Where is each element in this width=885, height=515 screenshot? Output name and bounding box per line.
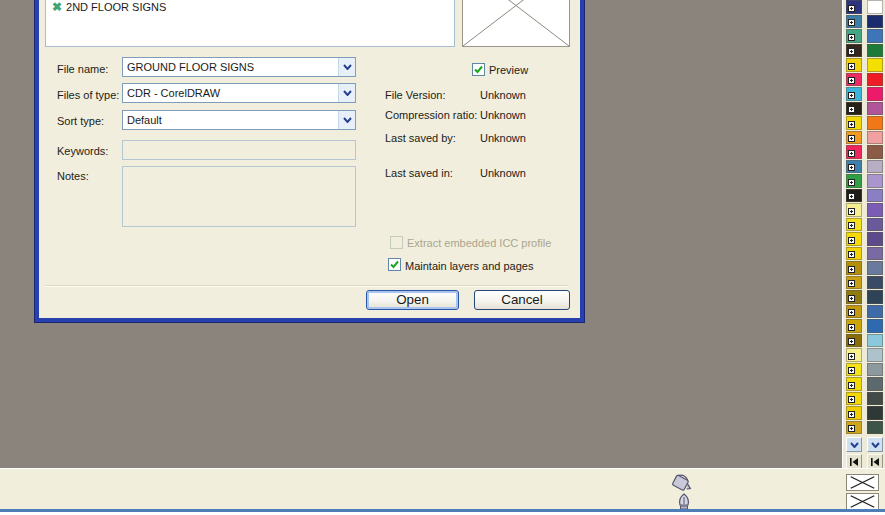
palette-swatch[interactable] <box>867 421 883 435</box>
preview-checkbox[interactable] <box>472 63 485 76</box>
palette-swatch[interactable] <box>846 276 862 290</box>
files-of-type-label: Files of type: <box>57 89 119 101</box>
palette-swatch[interactable] <box>846 15 862 29</box>
preview-checkbox-label: Preview <box>489 64 528 76</box>
chevron-down-icon[interactable] <box>338 111 355 129</box>
preview-pane <box>462 0 570 47</box>
palette-swatch[interactable] <box>846 73 862 87</box>
chevron-down-icon[interactable] <box>338 58 355 76</box>
palette-swatch[interactable] <box>867 290 883 304</box>
checkmark-icon <box>474 65 483 74</box>
file-list[interactable]: ✖ 2ND FLOOR SIGNS <box>45 0 455 47</box>
palette-swatch[interactable] <box>846 363 862 377</box>
palette-swatch[interactable] <box>867 276 883 290</box>
palette-swatch[interactable] <box>846 116 862 130</box>
file-name-combo[interactable]: GROUND FLOOR SIGNS <box>122 57 356 77</box>
palette-swatch[interactable] <box>846 247 862 261</box>
palette-swatch[interactable] <box>846 131 862 145</box>
file-name-value: GROUND FLOOR SIGNS <box>123 61 338 73</box>
palette-swatch[interactable] <box>846 232 862 246</box>
preview-cross-icon <box>463 0 569 46</box>
palette-swatch[interactable] <box>867 218 883 232</box>
palette-swatch[interactable] <box>846 160 862 174</box>
file-version-label: File Version: <box>385 89 446 101</box>
palette-scroll-down-button[interactable] <box>846 437 862 452</box>
palette-swatch[interactable] <box>846 348 862 362</box>
open-button[interactable]: Open <box>366 290 459 310</box>
list-item[interactable]: ✖ 2ND FLOOR SIGNS <box>52 1 166 13</box>
palette-swatch[interactable] <box>867 334 883 348</box>
color-palette-right-column <box>867 0 883 435</box>
palette-swatch[interactable] <box>846 377 862 391</box>
palette-swatch[interactable] <box>867 160 883 174</box>
palette-swatch[interactable] <box>867 189 883 203</box>
fill-status-swatch[interactable] <box>846 474 879 491</box>
paint-bucket-icon <box>668 472 696 494</box>
compression-ratio-label: Compression ratio: <box>385 109 477 121</box>
chevron-down-icon[interactable] <box>338 84 355 102</box>
cancel-button[interactable]: Cancel <box>474 290 570 310</box>
palette-swatch[interactable] <box>846 58 862 72</box>
palette-swatch[interactable] <box>846 174 862 188</box>
palette-expand-button[interactable] <box>867 454 883 469</box>
palette-swatch[interactable] <box>867 319 883 333</box>
palette-swatch[interactable] <box>867 73 883 87</box>
palette-swatch[interactable] <box>867 232 883 246</box>
palette-swatch[interactable] <box>846 421 862 435</box>
palette-swatch[interactable] <box>846 189 862 203</box>
coreldraw-workspace: ✖ 2ND FLOOR SIGNS File name: Files of ty… <box>0 0 885 515</box>
palette-swatch[interactable] <box>867 305 883 319</box>
palette-swatch[interactable] <box>846 44 862 58</box>
palette-swatch[interactable] <box>867 15 883 29</box>
palette-swatch[interactable] <box>846 218 862 232</box>
palette-swatch[interactable] <box>846 87 862 101</box>
palette-swatch[interactable] <box>867 363 883 377</box>
palette-swatch[interactable] <box>846 334 862 348</box>
palette-expand-button[interactable] <box>846 454 862 469</box>
palette-swatch[interactable] <box>867 406 883 420</box>
outline-status-swatch[interactable] <box>846 493 879 510</box>
skip-start-icon <box>849 457 859 467</box>
palette-swatch[interactable] <box>846 0 862 14</box>
keywords-input <box>122 140 356 160</box>
cdr-file-icon: ✖ <box>52 1 62 13</box>
palette-swatch[interactable] <box>867 174 883 188</box>
skip-start-icon <box>870 457 880 467</box>
maintain-layers-checkbox[interactable] <box>388 258 401 271</box>
palette-swatch[interactable] <box>846 290 862 304</box>
palette-swatch[interactable] <box>846 29 862 43</box>
palette-swatch[interactable] <box>867 29 883 43</box>
palette-swatch[interactable] <box>867 145 883 159</box>
palette-swatch[interactable] <box>867 58 883 72</box>
sort-type-combo[interactable]: Default <box>122 110 356 130</box>
palette-swatch[interactable] <box>867 116 883 130</box>
palette-swatch[interactable] <box>867 87 883 101</box>
palette-swatch[interactable] <box>846 406 862 420</box>
palette-swatch[interactable] <box>846 261 862 275</box>
palette-swatch[interactable] <box>867 392 883 406</box>
palette-swatch[interactable] <box>867 377 883 391</box>
palette-swatch[interactable] <box>846 145 862 159</box>
button-separator <box>45 285 568 287</box>
last-saved-in-label: Last saved in: <box>385 167 453 179</box>
palette-swatch[interactable] <box>867 131 883 145</box>
palette-swatch[interactable] <box>867 203 883 217</box>
palette-swatch[interactable] <box>846 319 862 333</box>
palette-swatch[interactable] <box>867 0 883 14</box>
palette-swatch[interactable] <box>846 203 862 217</box>
open-drawing-dialog: ✖ 2ND FLOOR SIGNS File name: Files of ty… <box>35 0 584 322</box>
sort-type-value: Default <box>123 114 338 126</box>
palette-swatch[interactable] <box>867 44 883 58</box>
palette-swatch[interactable] <box>867 261 883 275</box>
palette-swatch[interactable] <box>867 102 883 116</box>
palette-scroll-down-button[interactable] <box>867 437 883 452</box>
palette-swatch[interactable] <box>867 247 883 261</box>
palette-swatch[interactable] <box>846 102 862 116</box>
compression-ratio-value: Unknown <box>480 109 526 121</box>
files-of-type-combo[interactable]: CDR - CorelDRAW <box>122 83 356 103</box>
file-name-label: File name: <box>57 63 108 75</box>
palette-swatch[interactable] <box>867 348 883 362</box>
palette-swatch[interactable] <box>846 305 862 319</box>
chevron-down-icon <box>850 442 859 448</box>
palette-swatch[interactable] <box>846 392 862 406</box>
